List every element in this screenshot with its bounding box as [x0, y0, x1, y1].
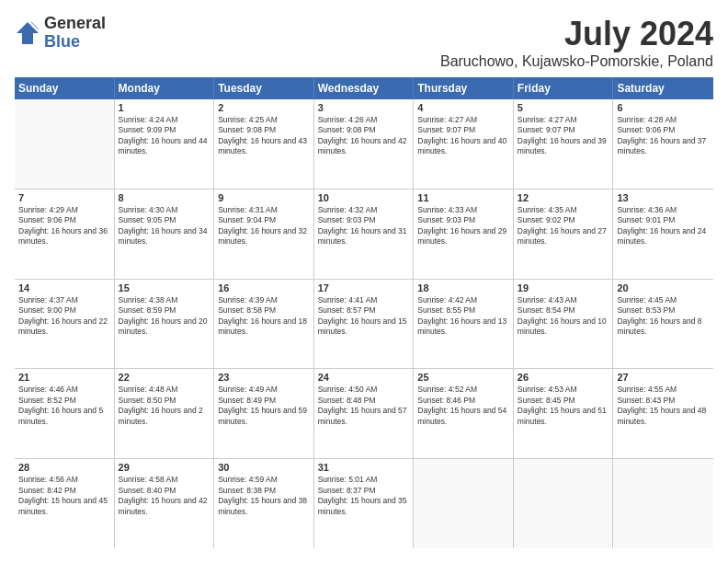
- day-info: Sunrise: 4:26 AM Sunset: 9:08 PM Dayligh…: [318, 115, 410, 157]
- header: General Blue July 2024 Baruchowo, Kujaws…: [15, 15, 713, 70]
- cal-cell-w2-d7: 13Sunrise: 4:36 AM Sunset: 9:01 PM Dayli…: [613, 190, 713, 279]
- day-info: Sunrise: 4:29 AM Sunset: 9:06 PM Dayligh…: [18, 205, 110, 247]
- cal-cell-w2-d4: 10Sunrise: 4:32 AM Sunset: 9:03 PM Dayli…: [314, 190, 415, 279]
- subtitle: Baruchowo, Kujawsko-Pomorskie, Poland: [440, 53, 713, 70]
- cal-cell-w3-d7: 20Sunrise: 4:45 AM Sunset: 8:53 PM Dayli…: [613, 280, 713, 369]
- day-info: Sunrise: 4:53 AM Sunset: 8:45 PM Dayligh…: [518, 385, 609, 427]
- day-info: Sunrise: 4:52 AM Sunset: 8:46 PM Dayligh…: [417, 385, 509, 427]
- day-info: Sunrise: 4:49 AM Sunset: 8:49 PM Dayligh…: [218, 385, 310, 427]
- day-info: Sunrise: 4:39 AM Sunset: 8:58 PM Dayligh…: [218, 295, 310, 338]
- day-number: 17: [318, 282, 410, 293]
- day-number: 25: [417, 372, 509, 383]
- day-info: Sunrise: 4:50 AM Sunset: 8:48 PM Dayligh…: [318, 385, 410, 427]
- day-info: Sunrise: 4:27 AM Sunset: 9:07 PM Dayligh…: [417, 115, 509, 157]
- day-number: 28: [18, 462, 110, 473]
- day-info: Sunrise: 4:46 AM Sunset: 8:52 PM Dayligh…: [18, 385, 110, 427]
- cal-cell-w3-d2: 15Sunrise: 4:38 AM Sunset: 8:59 PM Dayli…: [115, 280, 215, 369]
- header-tuesday: Tuesday: [214, 77, 314, 99]
- cal-cell-w4-d7: 27Sunrise: 4:55 AM Sunset: 8:43 PM Dayli…: [613, 369, 713, 458]
- week-row-3: 14Sunrise: 4:37 AM Sunset: 9:00 PM Dayli…: [15, 280, 713, 370]
- day-info: Sunrise: 4:37 AM Sunset: 9:00 PM Dayligh…: [18, 295, 110, 338]
- cal-cell-w3-d4: 17Sunrise: 4:41 AM Sunset: 8:57 PM Dayli…: [314, 280, 415, 369]
- day-number: 15: [119, 282, 210, 293]
- day-info: Sunrise: 4:27 AM Sunset: 9:07 PM Dayligh…: [518, 115, 609, 157]
- day-number: 20: [617, 282, 710, 293]
- day-info: Sunrise: 4:59 AM Sunset: 8:38 PM Dayligh…: [218, 475, 310, 517]
- cal-cell-w5-d2: 29Sunrise: 4:58 AM Sunset: 8:40 PM Dayli…: [115, 459, 215, 548]
- cal-cell-w2-d1: 7Sunrise: 4:29 AM Sunset: 9:06 PM Daylig…: [15, 190, 115, 279]
- week-row-4: 21Sunrise: 4:46 AM Sunset: 8:52 PM Dayli…: [15, 369, 713, 459]
- cal-cell-w1-d1: [15, 99, 115, 189]
- day-number: 4: [417, 102, 509, 113]
- cal-cell-w1-d3: 2Sunrise: 4:25 AM Sunset: 9:08 PM Daylig…: [214, 99, 314, 189]
- day-info: Sunrise: 4:45 AM Sunset: 8:53 PM Dayligh…: [617, 295, 710, 338]
- cal-cell-w4-d3: 23Sunrise: 4:49 AM Sunset: 8:49 PM Dayli…: [214, 369, 314, 458]
- day-number: 31: [318, 462, 410, 473]
- day-number: 8: [119, 192, 210, 203]
- cal-cell-w2-d2: 8Sunrise: 4:30 AM Sunset: 9:05 PM Daylig…: [115, 190, 215, 279]
- day-info: Sunrise: 4:30 AM Sunset: 9:05 PM Dayligh…: [119, 205, 210, 247]
- header-friday: Friday: [514, 77, 614, 99]
- logo-blue-text: Blue: [44, 33, 106, 52]
- calendar-header: Sunday Monday Tuesday Wednesday Thursday…: [15, 77, 713, 99]
- header-wednesday: Wednesday: [314, 77, 415, 99]
- header-sunday: Sunday: [15, 77, 115, 99]
- day-info: Sunrise: 4:56 AM Sunset: 8:42 PM Dayligh…: [18, 475, 110, 517]
- cal-cell-w1-d6: 5Sunrise: 4:27 AM Sunset: 9:07 PM Daylig…: [514, 99, 614, 189]
- cal-cell-w2-d3: 9Sunrise: 4:31 AM Sunset: 9:04 PM Daylig…: [214, 190, 314, 279]
- week-row-2: 7Sunrise: 4:29 AM Sunset: 9:06 PM Daylig…: [15, 190, 713, 280]
- cal-cell-w5-d7: [613, 459, 713, 548]
- day-number: 26: [518, 372, 609, 383]
- cal-cell-w1-d4: 3Sunrise: 4:26 AM Sunset: 9:08 PM Daylig…: [314, 99, 415, 189]
- day-info: Sunrise: 4:41 AM Sunset: 8:57 PM Dayligh…: [318, 295, 410, 338]
- day-info: Sunrise: 4:35 AM Sunset: 9:02 PM Dayligh…: [518, 205, 609, 247]
- cal-cell-w5-d5: [414, 459, 514, 548]
- day-info: Sunrise: 4:55 AM Sunset: 8:43 PM Dayligh…: [617, 385, 710, 427]
- day-number: 13: [617, 192, 710, 203]
- day-number: 24: [318, 372, 410, 383]
- day-number: 16: [218, 282, 310, 293]
- title-block: July 2024 Baruchowo, Kujawsko-Pomorskie,…: [440, 15, 713, 70]
- cal-cell-w4-d5: 25Sunrise: 4:52 AM Sunset: 8:46 PM Dayli…: [414, 369, 514, 458]
- cal-cell-w3-d1: 14Sunrise: 4:37 AM Sunset: 9:00 PM Dayli…: [15, 280, 115, 369]
- cal-cell-w2-d6: 12Sunrise: 4:35 AM Sunset: 9:02 PM Dayli…: [514, 190, 614, 279]
- day-number: 21: [18, 372, 110, 383]
- cal-cell-w5-d4: 31Sunrise: 5:01 AM Sunset: 8:37 PM Dayli…: [314, 459, 415, 548]
- day-info: Sunrise: 4:33 AM Sunset: 9:03 PM Dayligh…: [417, 205, 509, 247]
- week-row-5: 28Sunrise: 4:56 AM Sunset: 8:42 PM Dayli…: [15, 459, 713, 548]
- day-number: 22: [119, 372, 210, 383]
- header-monday: Monday: [115, 77, 215, 99]
- day-info: Sunrise: 4:32 AM Sunset: 9:03 PM Dayligh…: [318, 205, 410, 247]
- day-info: Sunrise: 4:28 AM Sunset: 9:06 PM Dayligh…: [617, 115, 710, 157]
- day-number: 12: [518, 192, 609, 203]
- header-thursday: Thursday: [414, 77, 514, 99]
- logo-general-text: General: [44, 15, 106, 33]
- calendar-body: 1Sunrise: 4:24 AM Sunset: 9:09 PM Daylig…: [15, 99, 713, 548]
- cal-cell-w4-d1: 21Sunrise: 4:46 AM Sunset: 8:52 PM Dayli…: [15, 369, 115, 458]
- day-number: 18: [417, 282, 509, 293]
- day-number: 29: [119, 462, 210, 473]
- day-number: 11: [417, 192, 509, 203]
- day-info: Sunrise: 4:43 AM Sunset: 8:54 PM Dayligh…: [518, 295, 609, 338]
- cal-cell-w4-d6: 26Sunrise: 4:53 AM Sunset: 8:45 PM Dayli…: [514, 369, 614, 458]
- cal-cell-w5-d3: 30Sunrise: 4:59 AM Sunset: 8:38 PM Dayli…: [214, 459, 314, 548]
- calendar: Sunday Monday Tuesday Wednesday Thursday…: [15, 77, 713, 548]
- day-number: 30: [218, 462, 310, 473]
- cal-cell-w3-d5: 18Sunrise: 4:42 AM Sunset: 8:55 PM Dayli…: [414, 280, 514, 369]
- day-info: Sunrise: 4:48 AM Sunset: 8:50 PM Dayligh…: [119, 385, 210, 427]
- day-number: 6: [617, 102, 710, 113]
- day-info: Sunrise: 4:42 AM Sunset: 8:55 PM Dayligh…: [417, 295, 509, 338]
- day-info: Sunrise: 4:25 AM Sunset: 9:08 PM Dayligh…: [218, 115, 310, 157]
- day-info: Sunrise: 4:31 AM Sunset: 9:04 PM Dayligh…: [218, 205, 310, 247]
- cal-cell-w4-d2: 22Sunrise: 4:48 AM Sunset: 8:50 PM Dayli…: [115, 369, 215, 458]
- day-number: 3: [318, 102, 410, 113]
- day-number: 7: [18, 192, 110, 203]
- header-saturday: Saturday: [613, 77, 713, 99]
- day-number: 23: [218, 372, 310, 383]
- logo-text: General Blue: [44, 15, 106, 52]
- page: General Blue July 2024 Baruchowo, Kujaws…: [0, 0, 728, 563]
- day-number: 5: [518, 102, 609, 113]
- main-title: July 2024: [440, 15, 713, 53]
- day-number: 10: [318, 192, 410, 203]
- logo: General Blue: [15, 15, 106, 52]
